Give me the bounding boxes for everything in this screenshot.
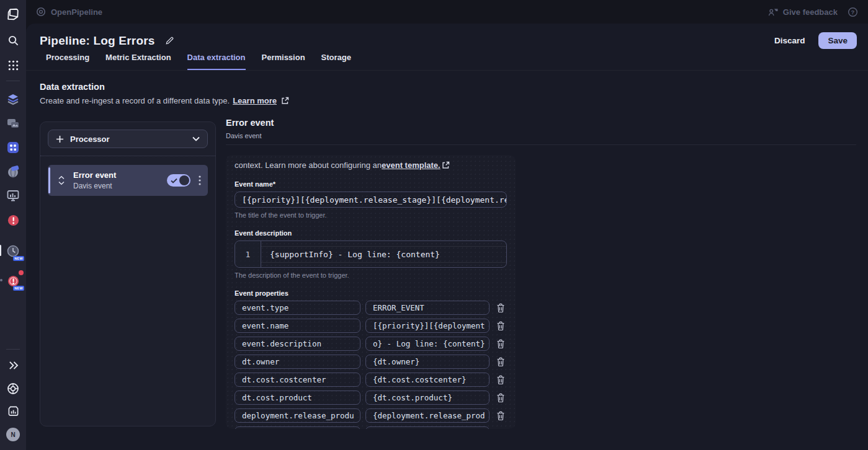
property-value-input[interactable]: {dt.cost.product}	[365, 390, 490, 405]
property-value-input[interactable]: [{priority}][{deployment	[365, 319, 490, 333]
property-row: deployment.release_stage {deployment.rel…	[235, 426, 507, 429]
discard-button[interactable]: Discard	[774, 36, 805, 45]
problems-app-icon[interactable]	[5, 212, 21, 228]
property-value-input[interactable]: {deployment.release_stag	[365, 426, 490, 429]
delete-property-button[interactable]	[496, 429, 505, 430]
openpipeline-app-icon	[36, 7, 46, 17]
tab-bar: Processing Metric Extraction Data extrac…	[26, 53, 868, 71]
observability-app-icon[interactable]	[5, 91, 21, 107]
delete-property-button[interactable]	[496, 339, 505, 349]
item-menu-button[interactable]	[199, 175, 201, 185]
section-title: Data extraction	[40, 82, 289, 92]
tab-data-extraction[interactable]: Data extraction	[187, 53, 246, 70]
processor-item-error-event[interactable]: Error event Davis event	[48, 165, 208, 196]
processor-list-panel: Processor Error event Davis event	[40, 121, 216, 426]
tab-metric-extraction[interactable]: Metric Extraction	[105, 53, 171, 70]
feedback-icon	[768, 7, 779, 17]
internet-app-icon[interactable]	[5, 164, 21, 180]
trash-icon	[496, 357, 505, 367]
app-tab-title: OpenPipeline	[51, 7, 102, 17]
section-description: Create and re-ingest a record of a diffe…	[40, 96, 230, 105]
property-value-input[interactable]: o} - Log line: {content}	[365, 337, 490, 351]
property-key-input[interactable]: event.type	[235, 301, 360, 315]
context-text: context. Learn more about configuring an	[235, 161, 382, 170]
property-row: event.name [{priority}][{deployment	[235, 319, 507, 333]
rail-divider	[6, 349, 20, 350]
event-template-link[interactable]: event template.	[382, 161, 441, 170]
property-row: dt.owner {dt.owner}	[235, 355, 507, 369]
avatar-initial: N	[6, 428, 20, 441]
delete-property-button[interactable]	[496, 411, 505, 421]
processor-item-title: Error event	[73, 170, 116, 180]
trash-icon	[496, 303, 505, 313]
check-icon	[171, 178, 177, 183]
dynatrace-logo-icon[interactable]	[5, 6, 21, 22]
property-key-input[interactable]: deployment.release_stage	[235, 426, 360, 429]
trash-icon	[496, 339, 505, 349]
detail-subtitle: Davis event	[226, 132, 274, 139]
delete-property-button[interactable]	[496, 357, 505, 367]
app-grid-icon[interactable]	[5, 57, 21, 73]
app-dot-indicator	[0, 279, 2, 281]
alerts-app-icon[interactable]: NEW	[5, 273, 21, 289]
help-icon: ?	[848, 7, 858, 17]
tab-storage[interactable]: Storage	[321, 53, 351, 70]
property-key-input[interactable]: dt.owner	[235, 355, 360, 369]
selected-accent-bar	[48, 167, 50, 193]
notification-dot	[19, 270, 24, 275]
trash-icon	[496, 411, 505, 421]
user-avatar[interactable]: N	[5, 426, 21, 443]
property-row: event.type ERROR_EVENT	[235, 301, 507, 315]
trash-icon	[496, 429, 505, 430]
processor-enabled-toggle[interactable]	[167, 174, 190, 187]
drag-handle-icon[interactable]	[58, 175, 65, 185]
add-processor-button[interactable]: Processor	[48, 130, 208, 148]
property-key-input[interactable]: dt.cost.costcenter	[235, 373, 360, 387]
expand-rail-icon[interactable]	[5, 357, 21, 373]
property-row: deployment.release_produ {deployment.rel…	[235, 408, 507, 423]
event-description-editor[interactable]: 1 {supportInfo} - Log line: {content}	[235, 240, 507, 268]
captures-app-icon[interactable]	[5, 115, 21, 131]
give-feedback-button[interactable]: Give feedback	[768, 7, 838, 17]
rail-divider	[6, 81, 20, 81]
kebab-icon	[199, 175, 201, 185]
external-link-icon	[281, 97, 289, 105]
delete-property-button[interactable]	[496, 393, 505, 403]
search-icon[interactable]	[5, 32, 21, 48]
delete-property-button[interactable]	[496, 321, 505, 331]
help-button[interactable]: ?	[848, 7, 858, 17]
services-app-icon[interactable]	[5, 139, 21, 156]
insights-chart-icon[interactable]	[5, 403, 21, 419]
event-name-input[interactable]: [{priority}][{deployment.release_stage}]…	[235, 192, 507, 208]
app-tab-openpipeline[interactable]: OpenPipeline	[26, 0, 189, 24]
event-template-form: context. Learn more about configuring an…	[226, 155, 516, 429]
monitoring-app-icon[interactable]	[5, 188, 21, 204]
trash-icon	[496, 393, 505, 403]
tab-processing[interactable]: Processing	[46, 53, 89, 70]
external-link-icon	[442, 161, 450, 169]
event-name-label: Event name*	[235, 180, 507, 188]
property-key-input[interactable]: event.name	[235, 319, 360, 333]
learn-more-link[interactable]: Learn more	[233, 96, 277, 105]
detail-divider	[226, 144, 856, 145]
main-content: Pipeline: Log Errors Discard Save Proces…	[26, 24, 868, 450]
add-processor-label: Processor	[70, 135, 110, 144]
new-badge: NEW	[13, 256, 24, 261]
delete-property-button[interactable]	[496, 375, 505, 385]
edit-title-button[interactable]	[165, 36, 174, 45]
property-key-input[interactable]: event.description	[235, 337, 360, 351]
event-description-label: Event description	[235, 229, 507, 237]
support-lifebuoy-icon[interactable]	[5, 381, 21, 397]
property-value-input[interactable]: ERROR_EVENT	[365, 301, 490, 315]
plus-icon	[56, 135, 64, 143]
property-value-input[interactable]: {deployment.release_prod	[365, 408, 490, 423]
save-button[interactable]: Save	[818, 32, 857, 49]
timeline-app-icon[interactable]: NEW	[5, 243, 21, 259]
property-key-input[interactable]: dt.cost.product	[235, 390, 360, 405]
tab-permission[interactable]: Permission	[262, 53, 305, 70]
delete-property-button[interactable]	[496, 303, 505, 313]
property-value-input[interactable]: {dt.owner}	[365, 355, 490, 369]
property-key-input[interactable]: deployment.release_produ	[235, 408, 360, 423]
property-value-input[interactable]: {dt.cost.costcenter}	[365, 373, 490, 387]
event-description-code[interactable]: {supportInfo} - Log line: {content}	[261, 246, 506, 263]
